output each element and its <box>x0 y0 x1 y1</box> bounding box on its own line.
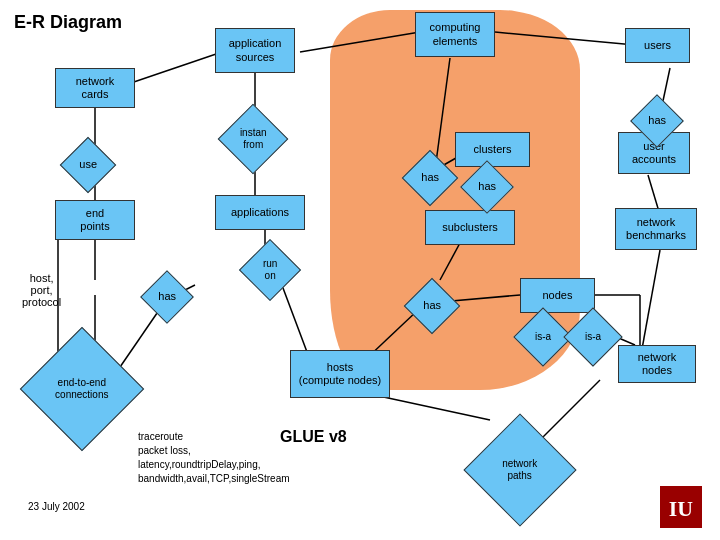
diamond-run-on: runon <box>248 248 292 292</box>
diamond-has-endtoend: has <box>148 278 186 316</box>
diamond-has-nodes: has <box>412 286 452 326</box>
entity-subclusters: subclusters <box>425 210 515 245</box>
svg-line-9 <box>280 280 310 360</box>
diamond-instan-from: instanfrom <box>228 114 278 164</box>
diamond-end-to-end: end-to-endconnections <box>38 345 126 433</box>
entity-computing-elements: computing elements <box>415 12 495 57</box>
entity-network-benchmarks: network benchmarks <box>615 208 697 250</box>
entity-end-points: end points <box>55 200 135 240</box>
diagram-title: E-R Diagram <box>14 12 122 33</box>
diamond-has-cluster: has <box>410 158 450 198</box>
entity-network-cards: network cards <box>55 68 135 108</box>
glue-label: GLUE v8 <box>280 428 347 446</box>
label-host-port-protocol: host, port, protocol <box>22 272 61 308</box>
entity-network-paths: networkpaths <box>480 430 560 510</box>
svg-line-30 <box>125 52 222 85</box>
entity-users: users <box>625 28 690 63</box>
diamond-has-subclusters: has <box>468 168 506 206</box>
entity-application-sources: application sources <box>215 28 295 73</box>
entity-network-nodes: network nodes <box>618 345 696 383</box>
entity-clusters: clusters <box>455 132 530 167</box>
svg-line-26 <box>640 250 660 360</box>
date-label: 23 July 2002 <box>28 500 85 514</box>
footer-text: traceroute packet loss, latency,roundtri… <box>138 430 290 486</box>
diamond-use: use <box>68 145 108 185</box>
diamond-has-users: has <box>638 102 676 140</box>
entity-nodes: nodes <box>520 278 595 313</box>
er-diagram: E-R Diagram <box>0 0 720 540</box>
svg-text:IU: IU <box>669 497 693 521</box>
entity-hosts: hosts (compute nodes) <box>290 350 390 398</box>
entity-applications: applications <box>215 195 305 230</box>
diamond-isa-nodes: is-a <box>522 316 564 358</box>
iu-logo: IU <box>660 486 702 528</box>
diamond-isa-network: is-a <box>572 316 614 358</box>
